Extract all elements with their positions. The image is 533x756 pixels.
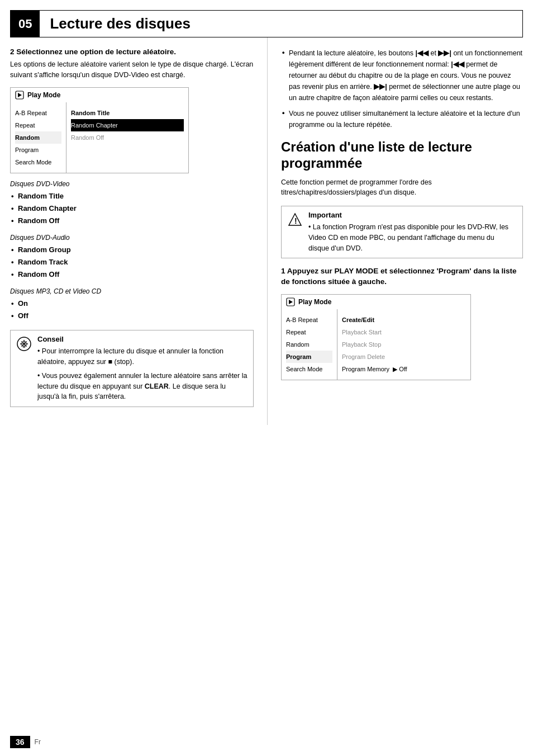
chapter-number: 05 <box>11 11 40 37</box>
play-mode-label-2: Play Mode <box>298 298 331 306</box>
dvd-audio-label: Disques DVD-Audio <box>10 234 254 242</box>
pm2-right-playback-stop[interactable]: Playback Stop <box>342 338 466 351</box>
play-mode-header-2: Play Mode <box>282 295 470 309</box>
svg-point-4 <box>23 343 25 345</box>
pm-item-random[interactable]: Random <box>15 131 61 144</box>
important-title: Important <box>308 211 517 219</box>
pm-item-repeat[interactable]: Repeat <box>15 119 61 131</box>
play-mode-left-panel-1: A-B Repeat Repeat Random Program Search … <box>11 102 66 173</box>
pm2-item-ab-repeat[interactable]: A-B Repeat <box>286 314 332 326</box>
list-item: Off <box>10 310 254 322</box>
list-item: Random Track <box>10 256 254 268</box>
play-mode-box-2: Play Mode A-B Repeat Repeat Random Progr… <box>281 294 471 380</box>
pm2-item-random[interactable]: Random <box>286 338 332 351</box>
page-number: 36 <box>10 736 30 748</box>
pm-item-search[interactable]: Search Mode <box>15 156 61 168</box>
list-item: On <box>10 297 254 310</box>
list-item: Random Chapter <box>10 202 254 215</box>
pm2-right-create-edit[interactable]: Create/Edit <box>342 314 466 326</box>
list-item: Random Off <box>10 268 254 281</box>
play-mode-right-panel-1: Random Title Random Chapter Random Off <box>66 102 188 173</box>
section2-body: Les options de lecture aléatoire varient… <box>10 59 254 81</box>
play-mode-header-1: Play Mode <box>11 88 188 102</box>
pm-item-program[interactable]: Program <box>15 144 61 156</box>
list-item: Random Title <box>10 190 254 202</box>
footer-lang: Fr <box>35 738 41 746</box>
conseil-box: Conseil • Pour interrompre la lecture du… <box>10 330 254 407</box>
pm-right-random-title[interactable]: Random Title <box>71 107 184 119</box>
important-content: Important • La fonction Program n'est pa… <box>308 211 517 253</box>
play-mode-content-1: A-B Repeat Repeat Random Program Search … <box>11 102 188 173</box>
chapter-title: Lecture des disques <box>40 11 200 37</box>
conseil-bullet-2: • Vous pouvez également annuler la lectu… <box>37 371 248 402</box>
left-column: 2 Sélectionnez une option de lecture alé… <box>10 37 267 425</box>
conseil-content: Conseil • Pour interrompre la lecture du… <box>37 335 248 402</box>
pm-right-random-chapter[interactable]: Random Chapter <box>71 119 184 131</box>
mp3-list: On Off <box>10 297 254 322</box>
svg-text:!: ! <box>294 216 297 225</box>
important-body: • La fonction Program n'est pas disponib… <box>308 222 517 253</box>
list-item: Random Off <box>10 215 254 227</box>
important-icon: ! <box>287 212 303 228</box>
important-box: ! Important • La fonction Program n'est … <box>281 206 523 258</box>
pm2-item-search[interactable]: Search Mode <box>286 363 332 375</box>
svg-marker-15 <box>289 300 293 304</box>
play-mode-icon-2 <box>286 297 295 306</box>
svg-marker-1 <box>18 93 22 97</box>
important-bullet-1: • La fonction Program n'est pas disponib… <box>308 222 517 253</box>
list-item: • Vous ne pouvez utiliser simultanément … <box>281 108 523 130</box>
pm2-right-playback-start[interactable]: Playback Start <box>342 326 466 338</box>
svg-line-9 <box>22 342 23 343</box>
right-column: • Pendant la lecture aléatoire, les bout… <box>267 37 523 425</box>
main-content: 2 Sélectionnez une option de lecture alé… <box>10 37 523 425</box>
list-item: • Pendant la lecture aléatoire, les bout… <box>281 48 523 103</box>
section2-heading: 2 Sélectionnez une option de lecture alé… <box>10 48 254 56</box>
play-mode-right-panel-2: Create/Edit Playback Start Playback Stop… <box>337 309 470 380</box>
mp3-label: Disques MP3, CD et Video CD <box>10 287 254 295</box>
pm-right-random-off[interactable]: Random Off <box>71 131 184 144</box>
dvd-video-label: Disques DVD-Video <box>10 180 254 188</box>
pm-item-ab-repeat[interactable]: A-B Repeat <box>15 107 61 119</box>
dvd-video-list: Random Title Random Chapter Random Off <box>10 190 254 227</box>
play-mode-box-1: Play Mode A-B Repeat Repeat Random Progr… <box>10 87 189 173</box>
list-item: Random Group <box>10 244 254 256</box>
conseil-bullet-1: • Pour interrompre la lecture du disque … <box>37 346 248 367</box>
page-header: 05 Lecture des disques <box>10 10 523 37</box>
pm2-right-program-memory[interactable]: Program Memory ▶ Off <box>342 363 466 375</box>
conseil-icon <box>16 336 32 352</box>
big-section-title: Création d'une liste de lecture programm… <box>281 139 523 172</box>
play-mode-label-1: Play Mode <box>27 91 60 99</box>
play-mode-icon-1 <box>15 91 24 100</box>
page-footer: 36 Fr <box>10 736 41 748</box>
dvd-audio-list: Random Group Random Track Random Off <box>10 244 254 281</box>
pm2-item-repeat[interactable]: Repeat <box>286 326 332 338</box>
play-mode-content-2: A-B Repeat Repeat Random Program Search … <box>282 309 470 380</box>
random-info-list: • Pendant la lecture aléatoire, les bout… <box>281 48 523 130</box>
pm2-right-program-delete[interactable]: Program Delete <box>342 351 466 363</box>
conseil-body: • Pour interrompre la lecture du disque … <box>37 346 248 402</box>
conseil-title: Conseil <box>37 335 248 343</box>
play-mode-left-panel-2: A-B Repeat Repeat Random Program Search … <box>282 309 337 380</box>
pm2-item-program[interactable]: Program <box>286 351 332 363</box>
step1-heading: 1 Appuyez sur PLAY MODE et sélectionnez … <box>281 266 523 287</box>
big-section-body: Cette fonction permet de programmer l'or… <box>281 177 523 199</box>
svg-line-11 <box>26 342 27 343</box>
